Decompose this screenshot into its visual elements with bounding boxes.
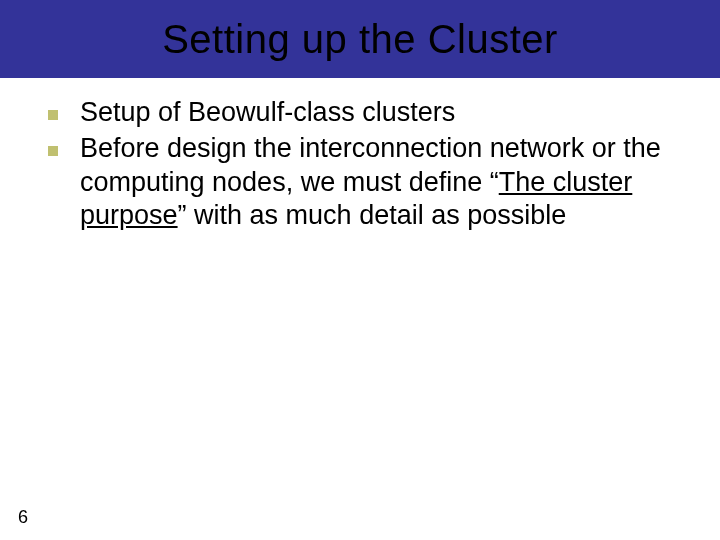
bullet-item: Setup of Beowulf-class clusters — [48, 96, 682, 130]
square-bullet-icon — [48, 146, 58, 156]
bullet-text-segment: ” with as much detail as possible — [178, 200, 567, 230]
page-number: 6 — [18, 507, 28, 528]
bullet-item: Before design the interconnection networ… — [48, 132, 682, 233]
slide-title: Setting up the Cluster — [162, 17, 558, 62]
slide-header: Setting up the Cluster — [0, 0, 720, 78]
square-bullet-icon — [48, 110, 58, 120]
slide-body: Setup of Beowulf-class clusters Before d… — [0, 78, 720, 233]
bullet-text-segment: Setup of Beowulf-class clusters — [80, 97, 455, 127]
bullet-text: Before design the interconnection networ… — [80, 132, 682, 233]
bullet-text: Setup of Beowulf-class clusters — [80, 96, 455, 130]
